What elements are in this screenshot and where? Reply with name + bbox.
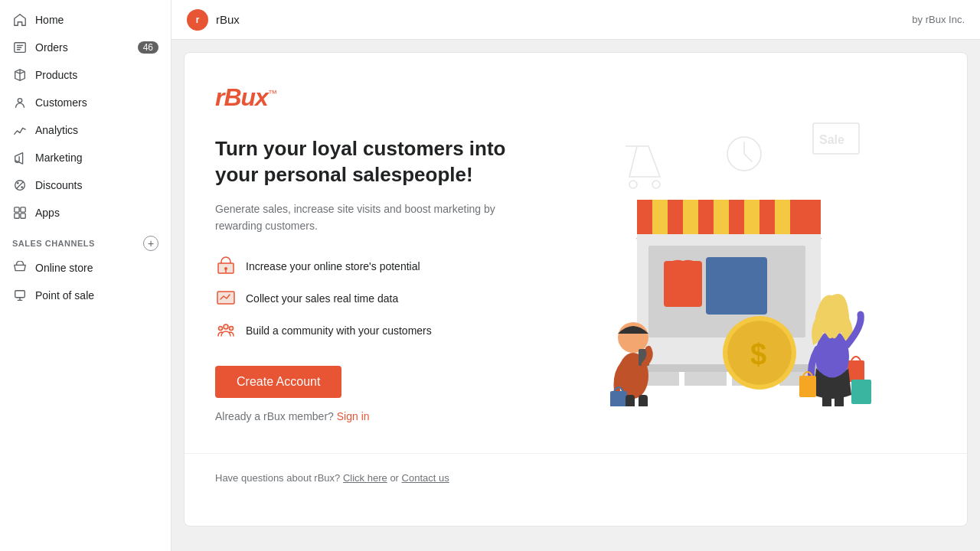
app-description: Generate sales, increase site visits and… [215,201,521,235]
svg-rect-24 [729,200,744,238]
brand-logo-text: rBux™ [215,83,276,111]
sidebar-item-orders-label: Orders [35,41,130,54]
sidebar-item-orders[interactable]: Orders 46 [0,34,171,61]
svg-point-12 [224,324,228,329]
sidebar-item-apps-label: Apps [35,207,158,219]
sidebar-item-online-store-label: Online store [35,262,158,274]
feature-text-3: Build a community with your customers [246,324,432,337]
svg-point-15 [629,181,637,188]
feature-text-2: Collect your sales real time data [246,292,398,305]
add-channel-button[interactable]: + [143,236,158,251]
svg-rect-7 [21,214,25,218]
app-card: rBux™ Turn your loyal customers into you… [184,52,968,527]
create-account-button[interactable]: Create Account [215,366,341,398]
svg-rect-23 [698,200,714,238]
sidebar-item-apps[interactable]: Apps [0,199,171,227]
sidebar-item-customers-label: Customers [35,96,158,109]
svg-point-2 [17,182,19,184]
sales-channels-section: SALES CHANNELS + [0,227,171,254]
svg-text:$: $ [750,338,766,370]
sidebar-item-pos[interactable]: Point of sale [0,282,171,309]
sidebar-item-discounts[interactable]: Discounts [0,171,171,199]
app-brand-logo: rBux™ [215,83,521,112]
svg-rect-6 [15,214,19,218]
store-illustration: Sale [521,83,936,422]
sidebar-item-analytics[interactable]: Analytics [0,116,171,144]
svg-rect-40 [610,391,627,406]
svg-rect-34 [684,372,727,386]
header-logo-badge: r [187,9,208,31]
products-icon [12,67,28,83]
online-store-icon [12,260,28,276]
sidebar-item-home[interactable]: Home [0,6,171,34]
apps-icon [12,205,28,220]
discounts-icon [12,178,28,193]
community-icon [215,320,237,341]
sidebar-item-analytics-label: Analytics [35,124,158,136]
sidebar-item-pos-label: Point of sale [35,289,158,302]
sidebar-navigation: Home Orders 46 Products [0,0,171,315]
svg-point-1 [18,99,21,103]
svg-rect-48 [848,360,864,382]
feature-item-2: Collect your sales real time data [215,288,521,309]
orders-icon [12,40,28,55]
sidebar-item-online-store[interactable]: Online store [0,254,171,282]
signin-text: Already a rBux member? Sign in [215,410,521,422]
svg-rect-41 [626,395,635,406]
svg-rect-52 [799,376,816,397]
marketing-icon [12,150,28,165]
svg-rect-4 [15,207,19,212]
sidebar-item-marketing[interactable]: Marketing [0,144,171,171]
footer-text: Have questions about rBux? Click here or… [215,472,936,484]
header-app-name: rBux [216,13,240,26]
app-footer: Have questions about rBux? Click here or… [185,453,967,502]
sidebar-item-customers[interactable]: Customers [0,89,171,116]
sidebar-item-products-label: Products [35,69,158,81]
svg-point-13 [219,327,223,331]
top-header: r rBux by rBux Inc. [172,0,980,40]
svg-rect-5 [21,207,25,212]
sign-in-link[interactable]: Sign in [337,410,370,422]
svg-rect-42 [639,395,648,406]
analytics-icon [12,122,28,138]
svg-rect-25 [760,200,775,238]
contact-us-link[interactable]: Contact us [402,472,449,484]
brand-logo-tm: ™ [268,88,276,99]
click-here-link[interactable]: Click here [343,472,387,484]
svg-rect-26 [790,200,805,238]
sales-channels-title: SALES CHANNELS [12,239,95,248]
feature-item-1: Increase your online store's potential [215,256,521,277]
svg-rect-49 [851,380,871,404]
svg-rect-22 [668,200,683,238]
app-right-column: Sale [521,83,936,422]
sidebar-item-marketing-label: Marketing [35,152,158,164]
feature-list: Increase your online store's potential C… [215,256,521,341]
home-icon [12,12,28,28]
app-left-column: rBux™ Turn your loyal customers into you… [215,83,521,422]
sidebar-item-discounts-label: Discounts [35,179,158,191]
store-potential-icon [215,256,237,277]
svg-point-16 [652,181,660,188]
app-card-inner: rBux™ Turn your loyal customers into you… [185,53,967,453]
svg-point-14 [230,327,234,331]
sidebar-item-products[interactable]: Products [0,61,171,89]
svg-rect-53 [822,387,831,406]
sidebar-item-home-label: Home [35,14,158,26]
svg-rect-54 [835,387,844,406]
svg-point-3 [21,186,23,188]
feature-text-1: Increase your online store's potential [246,260,420,272]
svg-text:Sale: Sale [819,133,844,146]
svg-rect-27 [805,200,821,238]
sales-data-icon [215,288,237,309]
header-logo-area: r rBux [187,9,240,31]
sidebar: Home Orders 46 Products [0,0,172,551]
pos-icon [12,288,28,303]
customers-icon [12,95,28,110]
header-by-text: by rBux Inc. [912,14,965,25]
content-wrapper: rBux™ Turn your loyal customers into you… [172,40,980,551]
orders-badge: 46 [138,41,158,54]
main-area: r rBux by rBux Inc. rBux™ Turn your loya… [172,0,980,551]
svg-rect-8 [15,291,25,298]
feature-item-3: Build a community with your customers [215,320,521,341]
app-headline: Turn your loyal customers into your pers… [215,136,521,188]
